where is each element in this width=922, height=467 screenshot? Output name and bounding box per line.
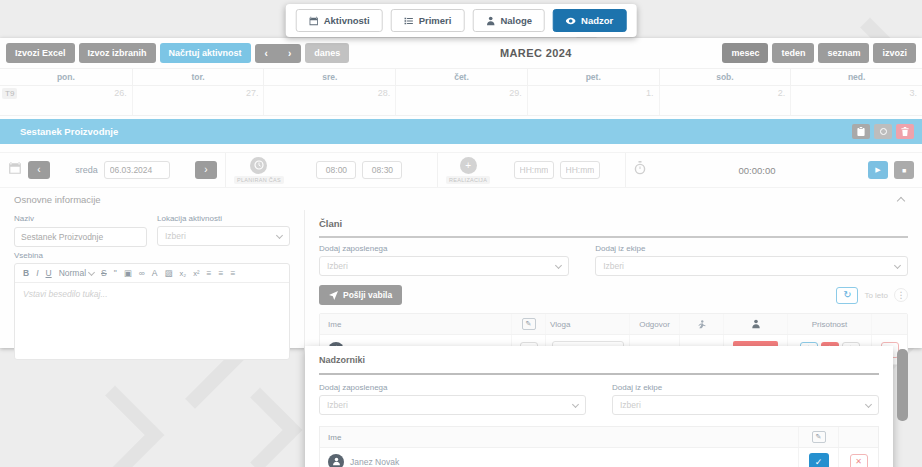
tab-naloge[interactable]: Naloge	[472, 9, 545, 32]
basic-info-header[interactable]: Osnovne informacije	[0, 188, 922, 210]
content-area: Naziv Lokacija aktivnosti Izberi Vsebina	[0, 210, 922, 365]
copy-event-button[interactable]	[852, 124, 870, 139]
remove-supervisor-button[interactable]: ✕	[850, 454, 868, 467]
view-list-button[interactable]: seznam	[818, 43, 869, 63]
subscript-button[interactable]: x₂	[180, 269, 187, 278]
planned-from-input[interactable]	[316, 161, 356, 179]
location-select[interactable]: Izberi	[157, 226, 290, 246]
day-header: čet.	[395, 69, 527, 85]
event-bar[interactable]: Sestanek Proizvodnje	[0, 119, 922, 144]
add-employee-placeholder: Izberi	[327, 400, 348, 410]
add-team-label: Dodaj iz ekipe	[612, 383, 879, 392]
runner-icon	[697, 320, 706, 329]
plan-activity-button[interactable]: Načrtuj aktivnost	[160, 43, 251, 63]
prev-button[interactable]: ‹	[255, 44, 278, 63]
supervisors-table: Ime ✎ Janez Novak ✓ ✕	[319, 426, 879, 467]
align-button[interactable]: ≡	[230, 268, 235, 278]
scrollbar-thumb[interactable]	[897, 349, 908, 421]
add-team-select[interactable]: Izberi	[612, 395, 879, 415]
add-team-select[interactable]: Izberi	[595, 256, 908, 276]
stop-button[interactable]: ■	[894, 161, 914, 179]
editor-body[interactable]: Vstavi besedilo tukaj...	[15, 283, 289, 359]
bold-button[interactable]: B	[23, 268, 29, 278]
location-placeholder: Izberi	[165, 231, 186, 241]
calendar-cell[interactable]: 27.	[132, 86, 264, 115]
realization-section: + REALIZACIJA	[438, 153, 626, 187]
format-select[interactable]: Normal	[59, 268, 94, 278]
timer-section: 00:00:00 ▶ ■	[626, 153, 922, 187]
today-button[interactable]: danes	[305, 43, 349, 63]
view-month-button[interactable]: mesec	[722, 43, 768, 63]
header-edit: ✎	[798, 427, 838, 447]
tab-label: Naloge	[500, 15, 532, 26]
image-button[interactable]: ▣	[124, 268, 132, 278]
calendar-date: 2.	[778, 88, 786, 98]
date-input[interactable]	[104, 161, 170, 179]
tab-label: Primeri	[419, 15, 452, 26]
calendar-date: 3.	[909, 88, 917, 98]
members-column: Člani Dodaj zaposlenega Izberi Dodaj iz …	[304, 210, 922, 365]
header-attendees	[723, 314, 787, 334]
next-button[interactable]: ›	[278, 44, 301, 63]
export-selected-button[interactable]: Izvoz izbranih	[79, 43, 156, 63]
header-name: Ime	[320, 314, 511, 334]
superscript-button[interactable]: x²	[193, 269, 199, 278]
chevron-down-icon	[88, 268, 95, 275]
send-invites-label: Pošlji vabila	[343, 290, 392, 300]
realization-label: REALIZACIJA	[446, 176, 490, 184]
name-input[interactable]	[14, 227, 147, 247]
planned-time-section: PLANIRAN ČAS	[226, 153, 438, 187]
realized-to-input[interactable]	[560, 161, 600, 179]
tab-label: Aktivnosti	[324, 15, 370, 26]
calendar-icon	[8, 161, 22, 179]
stopwatch-icon	[634, 161, 646, 179]
calendar-cell[interactable]: 28.	[263, 86, 395, 115]
realized-from-input[interactable]	[514, 161, 554, 179]
plus-circle-icon: +	[460, 157, 477, 174]
link-button[interactable]: ∞	[139, 268, 145, 278]
bullet-list-button[interactable]: ≡	[206, 268, 211, 278]
rich-text-editor: B I U Normal S " ▣ ∞ A ▨ x₂	[14, 263, 290, 360]
calendar-cell[interactable]: 29.	[395, 86, 527, 115]
play-button[interactable]: ▶	[868, 161, 888, 179]
status-circle-button[interactable]	[874, 124, 892, 139]
supervisor-name: Janez Novak	[350, 457, 399, 467]
day-header: tor.	[132, 69, 264, 85]
day-header: pon.	[0, 69, 132, 85]
calendar-title: MAREC 2024	[353, 47, 718, 59]
underline-button[interactable]: U	[46, 268, 52, 278]
refresh-button[interactable]: ↻	[836, 287, 858, 304]
calendar-cell[interactable]: T9 26.	[0, 86, 132, 115]
edit-icon: ✎	[812, 431, 826, 443]
text-color-button[interactable]: A	[152, 268, 158, 278]
add-employee-select[interactable]: Izberi	[319, 256, 569, 276]
calendar-cell[interactable]: 1.	[527, 86, 659, 115]
members-tools: ↻ To leto ⋮	[836, 287, 908, 304]
content-label: Vsebina	[14, 251, 290, 260]
supervisor-name-cell: Janez Novak	[320, 448, 798, 467]
delete-event-button[interactable]	[896, 124, 914, 139]
send-invites-button[interactable]: Pošlji vabila	[319, 285, 402, 305]
italic-button[interactable]: I	[36, 268, 38, 278]
add-employee-select[interactable]: Izberi	[319, 395, 586, 415]
tab-aktivnosti[interactable]: Aktivnosti	[296, 9, 383, 32]
kebab-menu-icon[interactable]: ⋮	[894, 288, 908, 302]
view-export-button[interactable]: izvozi	[873, 43, 916, 63]
calendar-cell[interactable]: 3.	[790, 86, 922, 115]
ordered-list-button[interactable]: ≡	[218, 268, 223, 278]
planned-to-input[interactable]	[362, 161, 402, 179]
next-day-button[interactable]: ›	[195, 161, 217, 179]
view-week-button[interactable]: teden	[772, 43, 814, 63]
calendar-date: 29.	[509, 88, 522, 98]
strikethrough-button[interactable]: S	[101, 268, 107, 278]
tab-nadzor[interactable]: Nadzor	[553, 9, 626, 32]
confirm-supervisor-button[interactable]: ✓	[809, 453, 829, 467]
export-excel-button[interactable]: Izvozi Excel	[6, 43, 75, 63]
calendar-cell[interactable]: 2.	[659, 86, 791, 115]
tab-primeri[interactable]: Primeri	[391, 9, 465, 32]
background-color-button[interactable]: ▨	[165, 268, 173, 278]
avatar	[328, 454, 344, 467]
main-card: Izvozi Excel Izvoz izbranih Načrtuj akti…	[0, 38, 922, 348]
blockquote-button[interactable]: "	[114, 268, 117, 278]
prev-day-button[interactable]: ‹	[28, 161, 50, 179]
